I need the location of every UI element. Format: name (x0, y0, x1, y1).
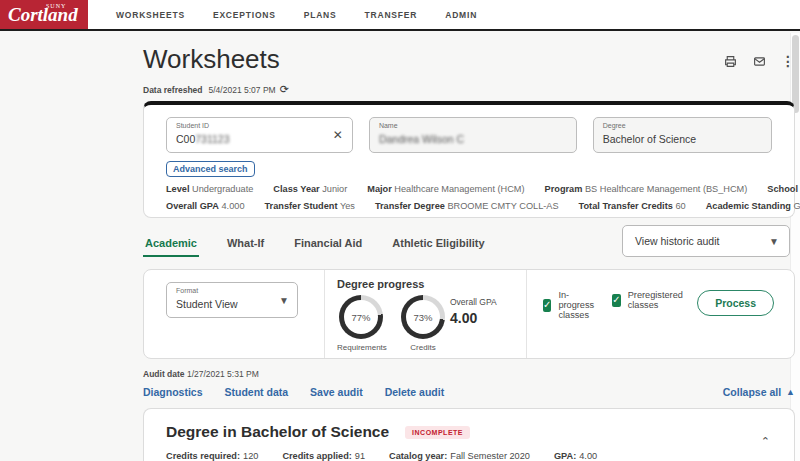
tab-athletic-eligibility[interactable]: Athletic Eligibility (390, 229, 486, 257)
student-data-link[interactable]: Student data (225, 386, 289, 398)
collapse-all-label: Collapse all (723, 386, 781, 398)
info-value: Good Standing (793, 201, 800, 211)
info-value: Healthcare Management (HCM) (394, 184, 524, 194)
in-progress-classes-checkbox[interactable]: ✓ In-progress classes (543, 290, 602, 320)
requirements-percent: 77% (339, 295, 383, 339)
info-label: Overall GPA (166, 201, 219, 211)
credits-percent: 73% (401, 295, 445, 339)
info-label: Academic Standing (706, 201, 791, 211)
nav-item-exceptions[interactable]: EXCEPTIONS (213, 10, 276, 20)
nav-item-transfer[interactable]: TRANSFER (365, 10, 418, 20)
info-label: School (767, 184, 798, 194)
view-historic-audit-select[interactable]: View historic audit ▼ (622, 225, 790, 257)
credits-label: Credits (399, 343, 447, 352)
info-value: Yes (340, 201, 355, 211)
print-icon[interactable] (723, 54, 737, 68)
preregistered-classes-checkbox[interactable]: ✓ Preregistered classes (612, 290, 687, 310)
info-label: Transfer Student (265, 201, 338, 211)
overall-gpa-value: 4.00 (450, 310, 497, 326)
main-content: Worksheets ⋮ Data refreshed 5/4/2021 5:0… (143, 33, 795, 461)
refresh-icon[interactable]: ⟳ (280, 84, 289, 95)
format-label: Format (176, 287, 289, 294)
kebab-menu-icon[interactable]: ⋮ (781, 54, 795, 68)
info-value: 4.000 (222, 201, 245, 211)
advanced-search-button[interactable]: Advanced search (166, 161, 255, 177)
clear-icon[interactable]: ✕ (333, 129, 343, 141)
audit-date: Audit date 1/27/2021 5:31 PM (143, 369, 795, 379)
nav-item-plans[interactable]: PLANS (304, 10, 337, 20)
requirements-ring: 77% Requirements (337, 295, 385, 352)
degree-progress-title: Degree progress (337, 278, 526, 290)
stat-label: Credits applied: (282, 451, 351, 461)
degree-value: Bachelor of Science (603, 133, 696, 145)
stat-label: Credits required: (166, 451, 240, 461)
credits-ring: 73% Credits (399, 295, 447, 352)
delete-audit-link[interactable]: Delete audit (385, 386, 445, 398)
top-nav-bar: SUNY Cortland WORKSHEETS EXCEPTIONS PLAN… (0, 0, 800, 31)
info-label: Program (545, 184, 583, 194)
chevron-up-icon: ▲ (786, 387, 795, 397)
diagnostics-link[interactable]: Diagnostics (143, 386, 203, 398)
checkbox-checked-icon: ✓ (612, 294, 621, 307)
audit-meta: Audit date 1/27/2021 5:31 PM Diagnostics… (143, 369, 795, 398)
data-refreshed-label: Data refreshed (143, 85, 203, 95)
historic-audit-label: View historic audit (635, 235, 719, 247)
student-id-value: C00 (176, 133, 195, 145)
degree-field[interactable]: Degree Bachelor of Science (593, 117, 772, 153)
format-select[interactable]: Format Student View ▼ (166, 282, 298, 318)
save-audit-link[interactable]: Save audit (310, 386, 363, 398)
student-info-row-1: Level Undergraduate Class Year Junior Ma… (166, 184, 772, 194)
student-info-row-2: Overall GPA 4.000 Transfer Student Yes T… (166, 201, 772, 211)
info-value: 60 (675, 201, 685, 211)
stat-value: 4.00 (579, 451, 597, 461)
requirements-label: Requirements (337, 343, 385, 352)
student-id-field[interactable]: Student ID C00731123 ✕ (166, 117, 353, 153)
audit-controls-card: Format Student View ▼ Degree progress 77… (143, 269, 795, 359)
overall-gpa-label: Overall GPA (450, 297, 497, 307)
tab-what-if[interactable]: What-If (225, 229, 266, 257)
nav-item-admin[interactable]: ADMIN (445, 10, 477, 20)
cortland-logo[interactable]: SUNY Cortland (0, 0, 88, 29)
checkbox-checked-icon: ✓ (543, 299, 551, 312)
logo-name-text: Cortland (8, 4, 78, 26)
info-value: Junior (322, 184, 347, 194)
name-field[interactable]: Name Dandrea Wilson C (369, 117, 577, 153)
primary-nav: WORKSHEETS EXCEPTIONS PLANS TRANSFER ADM… (88, 0, 477, 29)
in-progress-classes-label: In-progress classes (558, 290, 602, 320)
tabs-row: Academic What-If Financial Aid Athletic … (143, 225, 795, 261)
degree-collapse-chevron-icon[interactable]: ⌃ (761, 435, 770, 448)
page-title: Worksheets (143, 44, 280, 75)
name-value-redacted: Dandrea Wilson C (379, 133, 464, 145)
audit-date-value: 1/27/2021 5:31 PM (187, 369, 259, 379)
process-button[interactable]: Process (697, 290, 774, 316)
info-label: Transfer Degree (375, 201, 445, 211)
degree-card: Degree in Bachelor of Science INCOMPLETE… (143, 408, 795, 461)
name-label: Name (379, 122, 568, 129)
stat-value: 91 (355, 451, 365, 461)
degree-stats: Credits required:120 Credits applied:91 … (166, 451, 772, 461)
nav-item-worksheets[interactable]: WORKSHEETS (116, 10, 185, 20)
email-icon[interactable] (752, 54, 766, 68)
preregistered-classes-label: Preregistered classes (628, 290, 687, 310)
info-value: Undergraduate (192, 184, 253, 194)
info-value: BS Healthcare Management (BS_HCM) (585, 184, 747, 194)
tab-academic[interactable]: Academic (143, 229, 199, 257)
degree-card-title: Degree in Bachelor of Science (166, 423, 389, 441)
stat-value: 120 (243, 451, 258, 461)
collapse-all-button[interactable]: Collapse all ▲ (723, 386, 795, 398)
stat-label: Catalog year: (389, 451, 447, 461)
degree-label: Degree (603, 122, 763, 129)
chevron-down-icon: ▼ (769, 236, 779, 247)
tab-financial-aid[interactable]: Financial Aid (292, 229, 364, 257)
data-refreshed-value: 5/4/2021 5:07 PM (209, 85, 276, 95)
data-refreshed: Data refreshed 5/4/2021 5:07 PM ⟳ (143, 84, 795, 95)
student-id-label: Student ID (176, 122, 344, 129)
overall-gpa-block: Overall GPA 4.00 (450, 297, 497, 326)
audit-date-label: Audit date (143, 369, 185, 379)
info-value: BROOME CMTY COLL-AS (447, 201, 558, 211)
student-search-card: Student ID C00731123 ✕ Name Dandrea Wils… (143, 101, 795, 218)
info-label: Major (367, 184, 392, 194)
status-badge: INCOMPLETE (405, 426, 470, 439)
worksheets-screen: SUNY Cortland WORKSHEETS EXCEPTIONS PLAN… (0, 0, 800, 461)
chevron-down-icon: ▼ (279, 295, 289, 306)
